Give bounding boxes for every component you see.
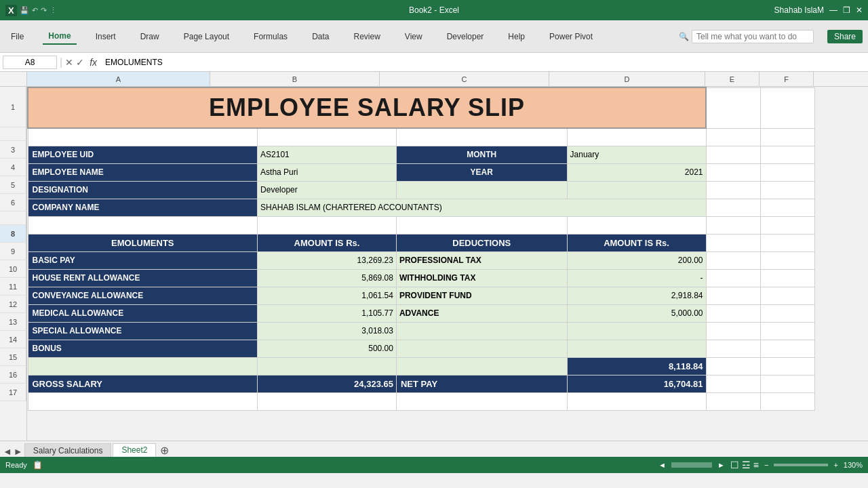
minimize-icon[interactable]: —	[829, 5, 837, 15]
cell-f2[interactable]	[760, 128, 814, 146]
cell-c2[interactable]	[396, 128, 567, 146]
medical-value[interactable]: 1,105.77	[258, 304, 397, 322]
advance-value[interactable]: 5,000.00	[567, 304, 706, 322]
cell-e14[interactable]	[706, 340, 760, 357]
cell-e2[interactable]	[706, 128, 760, 146]
scroll-right-icon[interactable]: ►	[717, 461, 725, 469]
cell-e7[interactable]	[706, 216, 760, 234]
scroll-bar[interactable]	[671, 462, 712, 468]
cancel-formula-icon[interactable]: ✕	[65, 57, 73, 68]
deduction-subtotal[interactable]: 8,118.84	[567, 357, 706, 375]
cell-b2[interactable]	[258, 128, 397, 146]
tab-insert[interactable]: Insert	[90, 29, 121, 44]
gross-salary-value[interactable]: 24,323.65	[258, 375, 397, 392]
cell-f17[interactable]	[760, 392, 814, 410]
col-header-a[interactable]: A	[27, 72, 210, 86]
cell-c7[interactable]	[396, 216, 567, 234]
tab-view[interactable]: View	[399, 29, 428, 44]
tab-help[interactable]: Help	[502, 29, 530, 44]
special-allowance-value[interactable]: 3,018.03	[258, 322, 397, 340]
cell-f6[interactable]	[760, 199, 814, 216]
cell-f11[interactable]	[760, 287, 814, 304]
net-pay-value[interactable]: 16,704.81	[567, 375, 706, 392]
prof-tax-label[interactable]: PROFESSIONAL TAX	[396, 251, 567, 269]
employee-uid-value[interactable]: AS2101	[258, 146, 397, 163]
col-header-c[interactable]: C	[380, 72, 549, 86]
cell-e8[interactable]	[706, 234, 760, 251]
company-name-label[interactable]: COMPANY NAME	[28, 199, 258, 216]
cell-f15[interactable]	[760, 357, 814, 375]
cell-b7[interactable]	[258, 216, 397, 234]
cell-f5[interactable]	[760, 181, 814, 199]
bonus-label[interactable]: BONUS	[28, 340, 258, 357]
page-layout-view-icon[interactable]: ☲	[742, 460, 751, 470]
prof-tax-value[interactable]: 200.00	[567, 251, 706, 269]
tab-data[interactable]: Data	[307, 29, 334, 44]
year-label[interactable]: YEAR	[396, 163, 567, 181]
add-sheet-button[interactable]: ⊕	[157, 443, 171, 457]
cell-a7[interactable]	[28, 216, 258, 234]
cell-c15[interactable]	[396, 357, 567, 375]
amount-deduct-header[interactable]: AMOUNT IS Rs.	[567, 234, 706, 251]
cell-d5[interactable]	[567, 181, 706, 199]
cell-f14[interactable]	[760, 340, 814, 357]
tab-draw[interactable]: Draw	[135, 29, 165, 44]
house-rent-value[interactable]: 5,869.08	[258, 269, 397, 287]
cell-e4[interactable]	[706, 163, 760, 181]
share-button[interactable]: Share	[827, 30, 863, 43]
provident-fund-value[interactable]: 2,918.84	[567, 287, 706, 304]
title-cell[interactable]: EMPLOYEE SALARY SLIP	[28, 87, 706, 128]
zoom-slider[interactable]	[774, 464, 828, 466]
name-box[interactable]: A8	[3, 56, 57, 69]
cell-a2[interactable]	[28, 128, 258, 146]
gross-salary-label[interactable]: GROSS SALARY	[28, 375, 258, 392]
deductions-header[interactable]: DEDUCTIONS	[396, 234, 567, 251]
cell-e6[interactable]	[706, 199, 760, 216]
tab-formulas[interactable]: Formulas	[248, 29, 293, 44]
employee-uid-label[interactable]: EMPLOYEE UID	[28, 146, 258, 163]
cell-e9[interactable]	[706, 251, 760, 269]
cell-d17[interactable]	[567, 392, 706, 410]
conveyance-value[interactable]: 1,061.54	[258, 287, 397, 304]
year-value[interactable]: 2021	[567, 163, 706, 181]
house-rent-label[interactable]: HOUSE RENT ALLOWANCE	[28, 269, 258, 287]
employee-name-value[interactable]: Astha Puri	[258, 163, 397, 181]
cell-b17[interactable]	[258, 392, 397, 410]
emoluments-header[interactable]: EMOLUMENTS	[28, 234, 258, 251]
zoom-out-icon[interactable]: −	[764, 461, 768, 469]
col-header-f[interactable]: F	[760, 72, 814, 86]
company-name-value[interactable]: SHAHAB ISLAM (CHARTERED ACCOUNTANTS)	[258, 199, 706, 216]
col-header-d[interactable]: D	[549, 72, 705, 86]
page-break-view-icon[interactable]: ≡	[753, 460, 759, 470]
sheet-tab-sheet2[interactable]: Sheet2	[113, 443, 156, 457]
medical-label[interactable]: MEDICAL ALLOWANCE	[28, 304, 258, 322]
col-header-e[interactable]: E	[705, 72, 760, 86]
month-value[interactable]: January	[567, 146, 706, 163]
provident-fund-label[interactable]: PROVIDENT FUND	[396, 287, 567, 304]
cell-c17[interactable]	[396, 392, 567, 410]
cell-f9[interactable]	[760, 251, 814, 269]
cell-c14[interactable]	[396, 340, 567, 357]
cell-d7[interactable]	[567, 216, 706, 234]
scroll-left-icon[interactable]: ◄	[658, 461, 666, 469]
month-label[interactable]: MONTH	[396, 146, 567, 163]
basic-pay-value[interactable]: 13,269.23	[258, 251, 397, 269]
tab-home[interactable]: Home	[43, 28, 76, 45]
cell-f1[interactable]	[760, 87, 814, 128]
col-header-b[interactable]: B	[210, 72, 380, 86]
cell-b15[interactable]	[258, 357, 397, 375]
cell-e10[interactable]	[706, 269, 760, 287]
conveyance-label[interactable]: CONVEYANCE ALLOWANCE	[28, 287, 258, 304]
cell-e12[interactable]	[706, 304, 760, 322]
cell-d13[interactable]	[567, 322, 706, 340]
cell-a17[interactable]	[28, 392, 258, 410]
search-input[interactable]	[692, 30, 814, 43]
confirm-formula-icon[interactable]: ✓	[76, 57, 84, 68]
special-allowance-label[interactable]: SPECIAL ALLOWANCE	[28, 322, 258, 340]
designation-label[interactable]: DESIGNATION	[28, 181, 258, 199]
bonus-value[interactable]: 500.00	[258, 340, 397, 357]
cell-e17[interactable]	[706, 392, 760, 410]
sheet-tab-salary[interactable]: Salary Calculations	[24, 443, 112, 457]
formula-input[interactable]: EMOLUMENTS	[102, 56, 865, 68]
tab-file[interactable]: File	[5, 29, 29, 44]
